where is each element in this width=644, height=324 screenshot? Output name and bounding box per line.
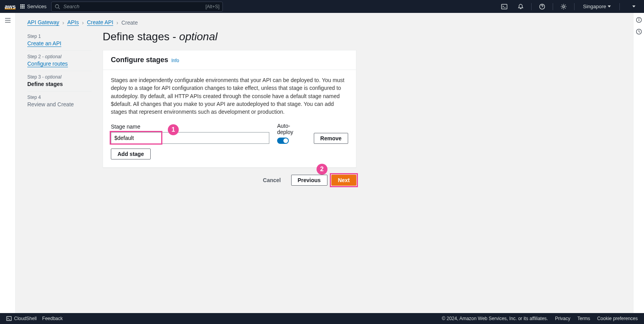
stage-name-input[interactable]	[111, 132, 269, 144]
chevron-right-icon: ›	[116, 20, 118, 26]
auto-deploy-toggle[interactable]	[277, 138, 289, 144]
svg-point-0	[55, 4, 59, 8]
header-separator	[553, 3, 553, 10]
add-stage-button[interactable]: Add stage	[111, 149, 151, 159]
configure-stages-panel: Configure stages Info Stages are indepen…	[103, 50, 356, 168]
breadcrumb-apis[interactable]: APIs	[67, 19, 79, 26]
caret-down-icon	[608, 5, 611, 7]
footer-cloudshell[interactable]: CloudShell	[6, 316, 37, 321]
wizard-step-1-link[interactable]: Create an API	[27, 40, 61, 47]
region-label: Singapore	[583, 4, 606, 9]
svg-point-4	[562, 5, 564, 7]
global-footer: CloudShell Feedback © 2024, Amazon Web S…	[0, 313, 644, 324]
wizard-step-3-current: Define stages	[27, 81, 92, 87]
info-link[interactable]: Info	[171, 58, 179, 63]
global-header: aws Services Search [Alt+S] Singapore	[0, 0, 644, 13]
search-icon	[55, 4, 60, 9]
cloudshell-header-icon[interactable]	[498, 1, 510, 13]
services-menu[interactable]: Services	[20, 4, 46, 9]
wizard-actions: Cancel Previous Next 2	[103, 175, 356, 186]
account-menu[interactable]	[628, 5, 639, 7]
search-shortcut: [Alt+S]	[206, 4, 220, 9]
next-button[interactable]: Next	[331, 175, 356, 186]
chevron-right-icon: ›	[82, 20, 84, 26]
cloudshell-icon	[6, 316, 12, 321]
footer-copyright: © 2024, Amazon Web Services, Inc. or its…	[442, 316, 548, 321]
svg-point-10	[639, 19, 639, 19]
info-panel-icon[interactable]	[636, 17, 642, 23]
clock-icon[interactable]	[636, 29, 642, 35]
wizard-step-label: Step 4	[27, 95, 92, 100]
page-title: Define stages - optional	[103, 30, 356, 43]
hamburger-icon	[4, 17, 11, 24]
auto-deploy-label: Auto-deploy	[277, 123, 306, 135]
services-label: Services	[27, 4, 46, 9]
main-content: API Gateway › APIs › Create API › Create…	[16, 13, 633, 313]
breadcrumb-create-api[interactable]: Create API	[87, 19, 114, 26]
remove-stage-button[interactable]: Remove	[314, 133, 348, 144]
wizard-step-1: Step 1 Create an API	[27, 30, 92, 51]
wizard-step-3: Step 3 - optional Define stages	[27, 71, 92, 91]
settings-icon[interactable]	[558, 1, 569, 13]
side-nav-toggle[interactable]	[0, 13, 16, 313]
wizard-step-4: Step 4 Review and Create	[27, 91, 92, 111]
wizard-step-2-link[interactable]: Configure routes	[27, 61, 68, 67]
region-selector[interactable]: Singapore	[579, 4, 615, 9]
footer-feedback[interactable]: Feedback	[42, 316, 63, 321]
caret-down-icon	[632, 5, 635, 7]
help-icon[interactable]	[536, 1, 548, 13]
breadcrumb: API Gateway › APIs › Create API › Create	[27, 19, 621, 26]
header-separator	[531, 3, 532, 10]
header-separator	[574, 3, 575, 10]
wizard-step-label: Step 3 - optional	[27, 74, 92, 80]
svg-rect-12	[7, 317, 11, 321]
wizard-step-label: Step 1	[27, 34, 92, 39]
wizard-step-label: Step 2 - optional	[27, 54, 92, 59]
panel-heading: Configure stages	[111, 56, 168, 64]
breadcrumb-api-gateway[interactable]: API Gateway	[27, 19, 59, 26]
footer-cookies[interactable]: Cookie preferences	[597, 316, 638, 321]
panel-header: Configure stages Info	[103, 50, 356, 70]
stage-row: Stage name 1 Auto-deploy	[111, 123, 348, 144]
svg-line-1	[59, 7, 60, 9]
aws-smile-icon	[5, 9, 16, 10]
stage-name-label: Stage name	[111, 124, 269, 130]
breadcrumb-current: Create	[121, 20, 138, 26]
wizard-nav: Step 1 Create an API Step 2 - optional C…	[27, 30, 92, 111]
footer-privacy[interactable]: Privacy	[555, 316, 570, 321]
search-placeholder: Search	[63, 4, 79, 9]
footer-terms[interactable]: Terms	[577, 316, 590, 321]
aws-logo[interactable]: aws	[5, 3, 16, 10]
previous-button[interactable]: Previous	[291, 175, 327, 186]
notifications-icon[interactable]	[515, 1, 527, 13]
wizard-step-4-future: Review and Create	[27, 101, 92, 107]
cancel-button[interactable]: Cancel	[257, 175, 287, 186]
wizard-step-2: Step 2 - optional Configure routes	[27, 51, 92, 71]
global-search[interactable]: Search [Alt+S]	[51, 2, 223, 12]
header-separator	[619, 3, 620, 10]
panel-description: Stages are independently configurable en…	[111, 76, 348, 116]
grid-icon	[20, 4, 25, 9]
right-rail	[633, 13, 644, 313]
svg-rect-2	[502, 4, 507, 9]
chevron-right-icon: ›	[62, 20, 64, 26]
